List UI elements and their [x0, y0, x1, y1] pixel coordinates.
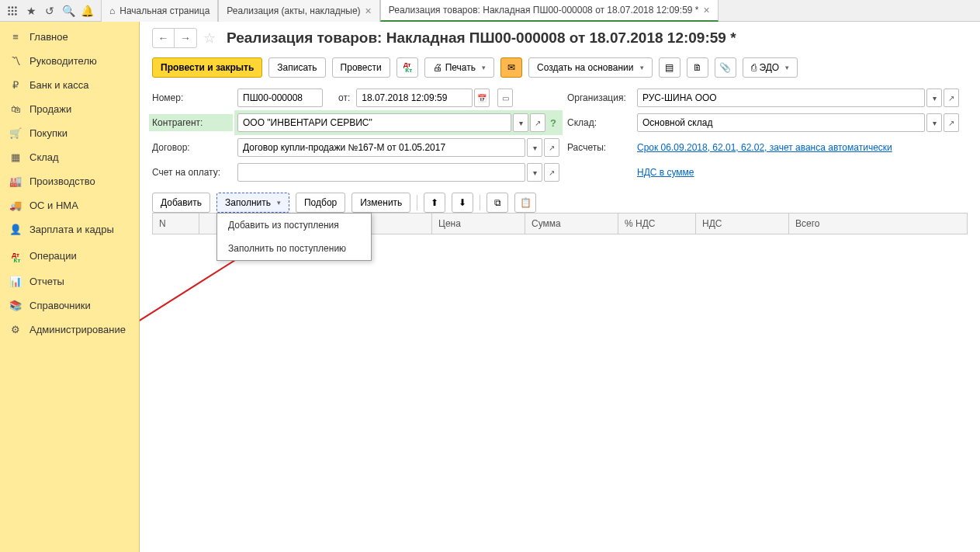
print-button[interactable]: 🖨Печать — [424, 57, 494, 78]
tab-realization-doc[interactable]: Реализация товаров: Накладная ПШ00-00000… — [380, 0, 719, 22]
sidebar-item-warehouse[interactable]: ▦Склад — [0, 145, 139, 169]
tab-realization-list[interactable]: Реализация (акты, накладные) × — [218, 0, 379, 22]
move-up-button[interactable]: ⬆ — [424, 193, 445, 213]
search-icon[interactable]: 🔍 — [59, 2, 78, 20]
close-icon[interactable]: × — [365, 5, 372, 17]
col-price: Цена — [432, 214, 525, 234]
contract-label: Договор: — [152, 142, 230, 153]
sidebar-item-admin[interactable]: ⚙Администрирование — [0, 318, 139, 342]
sidebar-item-catalogs[interactable]: 📚Справочники — [0, 293, 139, 318]
sidebar-item-label: Администрирование — [29, 324, 126, 335]
paste-button[interactable]: 📋 — [514, 193, 536, 213]
fill-by-receipt[interactable]: Заполнить по поступлению — [217, 237, 371, 260]
sidebar-item-manager[interactable]: 〽Руководителю — [0, 49, 139, 73]
sidebar-item-label: Продажи — [29, 103, 71, 115]
menu-icon: ≡ — [9, 31, 22, 43]
select-button[interactable]: Подбор — [296, 193, 345, 213]
help-icon[interactable]: ? — [547, 117, 559, 129]
create-based-on-button[interactable]: Создать на основании — [528, 57, 653, 78]
warehouse-label: Склад: — [567, 117, 629, 128]
dropdown-icon[interactable]: ▾ — [926, 89, 942, 107]
doc-status-icon[interactable]: ▭ — [497, 89, 513, 107]
post-button[interactable]: Провести — [332, 57, 390, 78]
email-button[interactable]: ✉ — [500, 57, 522, 78]
svg-point-2 — [15, 6, 17, 9]
number-label: Номер: — [152, 92, 230, 103]
svg-point-4 — [12, 9, 14, 12]
apps-icon[interactable] — [3, 2, 22, 20]
open-icon[interactable]: ↗ — [944, 113, 959, 132]
sidebar-item-label: Банк и касса — [29, 79, 89, 91]
settlements-label: Расчеты: — [567, 142, 629, 153]
nav-back-button[interactable]: ← — [153, 29, 175, 47]
open-icon[interactable]: ↗ — [944, 89, 959, 107]
sidebar-item-label: Зарплата и кадры — [29, 224, 114, 235]
ruble-icon: ₽ — [9, 79, 22, 91]
svg-point-0 — [8, 6, 10, 9]
svg-point-3 — [8, 9, 10, 12]
attachments-button[interactable]: 📎 — [715, 57, 736, 78]
dropdown-icon[interactable]: ▾ — [926, 113, 942, 132]
svg-point-5 — [15, 9, 17, 12]
sidebar-item-main[interactable]: ≡Главное — [0, 25, 139, 49]
tab-label: Реализация (акты, накладные) — [227, 5, 360, 16]
cart-icon: 🛒 — [9, 127, 22, 139]
sidebar-item-purchases[interactable]: 🛒Покупки — [0, 121, 139, 145]
related-docs-button[interactable]: 🗎 — [687, 57, 708, 78]
bag-icon: 🛍 — [9, 103, 22, 115]
org-field[interactable] — [637, 89, 925, 107]
sidebar-item-label: Склад — [29, 151, 59, 163]
sidebar-item-label: Руководителю — [29, 55, 97, 67]
add-row-button[interactable]: Добавить — [152, 193, 210, 213]
number-field[interactable] — [237, 89, 323, 107]
print-label: Печать — [445, 62, 476, 73]
star-icon[interactable]: ★ — [22, 2, 40, 20]
sidebar-item-label: Главное — [29, 31, 68, 43]
printer-icon: 🖨 — [433, 62, 442, 73]
open-icon[interactable]: ↗ — [530, 113, 545, 132]
movements-button[interactable]: ДтКт — [397, 57, 418, 78]
structure-button[interactable]: ▤ — [659, 57, 680, 78]
open-icon[interactable]: ↗ — [544, 138, 559, 157]
sidebar-item-production[interactable]: 🏭Производство — [0, 169, 139, 193]
warehouse-field[interactable] — [637, 113, 925, 132]
sidebar-item-label: ОС и НМА — [29, 200, 78, 211]
edo-button[interactable]: ⎙ЭДО — [743, 57, 798, 78]
settlements-link[interactable]: Срок 06.09.2018, 62.01, 62.02, зачет ава… — [637, 142, 892, 153]
dropdown-icon[interactable]: ▾ — [527, 138, 542, 157]
close-icon[interactable]: × — [703, 4, 709, 16]
favorite-star-icon[interactable]: ☆ — [203, 30, 216, 47]
tab-home[interactable]: ⌂ Начальная страница — [101, 0, 218, 22]
separator — [417, 195, 417, 210]
chart-icon: 〽 — [9, 55, 22, 67]
sidebar-item-hr[interactable]: 👤Зарплата и кадры — [0, 217, 139, 241]
date-field[interactable] — [356, 89, 473, 107]
fill-add-from-receipt[interactable]: Добавить из поступления — [217, 214, 371, 237]
sidebar-item-reports[interactable]: 📊Отчеты — [0, 269, 139, 293]
history-icon[interactable]: ↺ — [40, 2, 59, 20]
sidebar-item-assets[interactable]: 🚚ОС и НМА — [0, 193, 139, 217]
sidebar-item-label: Производство — [29, 175, 95, 187]
calendar-icon[interactable]: 📅 — [474, 89, 490, 107]
svg-line-9 — [140, 247, 256, 340]
dropdown-icon[interactable]: ▾ — [527, 163, 542, 182]
bell-icon[interactable]: 🔔 — [78, 2, 96, 20]
invoice-field[interactable] — [237, 163, 525, 182]
open-icon[interactable]: ↗ — [544, 163, 559, 182]
save-button[interactable]: Записать — [268, 57, 325, 78]
col-sum: Сумма — [525, 214, 618, 234]
change-button[interactable]: Изменить — [351, 193, 410, 213]
fill-button[interactable]: Заполнить — [216, 193, 289, 213]
vat-link[interactable]: НДС в сумме — [637, 167, 694, 178]
sidebar-item-label: Отчеты — [29, 276, 64, 287]
sidebar-item-operations[interactable]: ДтКтОперации — [0, 241, 139, 269]
copy-button[interactable]: ⧉ — [487, 193, 508, 213]
nav-forward-button[interactable]: → — [175, 29, 196, 47]
post-and-close-button[interactable]: Провести и закрыть — [152, 57, 262, 78]
sidebar-item-bank[interactable]: ₽Банк и касса — [0, 73, 139, 97]
contract-field[interactable] — [237, 138, 525, 157]
counterparty-field[interactable] — [237, 113, 511, 132]
sidebar-item-sales[interactable]: 🛍Продажи — [0, 97, 139, 121]
dropdown-icon[interactable]: ▾ — [513, 113, 528, 132]
move-down-button[interactable]: ⬇ — [452, 193, 473, 213]
